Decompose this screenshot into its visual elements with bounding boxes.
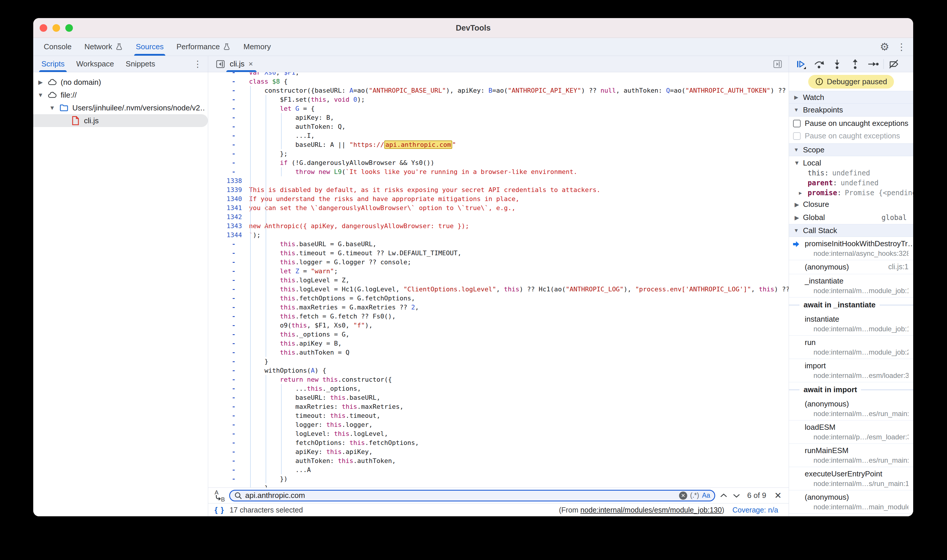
code-line[interactable]: -throw new L9(`It looks like you're runn… [208, 167, 789, 176]
collapse-marker[interactable]: - [208, 375, 246, 384]
code-line[interactable]: -this.logLevel = Z, [208, 275, 789, 285]
call-stack-frame[interactable]: _instantiatenode:internal/m…module_job:1… [789, 274, 913, 297]
collapse-marker[interactable]: - [208, 384, 246, 393]
code-line[interactable]: -this.logLevel = Hc1(G.logLevel, "Client… [208, 285, 789, 294]
expand-right-panel-icon[interactable] [772, 59, 789, 69]
code-line[interactable]: 1338 [208, 176, 789, 185]
collapse-marker[interactable]: - [208, 438, 246, 447]
collapse-marker[interactable]: - [208, 240, 246, 249]
navigator-tab-snippets[interactable]: Snippets [120, 56, 161, 72]
main-tab-performance[interactable]: Performance [170, 38, 237, 55]
scope-global-row[interactable]: ▶ Global global [789, 211, 913, 224]
code-line[interactable]: 1340If you understand the risks and have… [208, 194, 789, 203]
navigator-tab-workspace[interactable]: Workspace [70, 56, 120, 72]
next-match-icon[interactable] [732, 493, 741, 498]
call-stack-frame[interactable]: loadESMnode:internal/p…/esm_loader:34 [789, 420, 913, 444]
breakpoint-option[interactable]: Pause on caught exceptions [789, 129, 913, 142]
code-line[interactable]: -this.apiKey = B, [208, 339, 789, 348]
call-stack-frame[interactable]: promiseInitHookWithDestroyTr…node:intern… [789, 237, 913, 260]
code-line[interactable]: -maxRetries: this.maxRetries, [208, 402, 789, 411]
resume-script-icon[interactable] [792, 56, 810, 72]
editor-tab-clijs[interactable]: cli.js × [225, 56, 258, 72]
chevron-right-icon[interactable]: ▶ [37, 78, 44, 86]
pretty-print-icon[interactable]: { } [214, 506, 224, 515]
call-stack-frame[interactable]: (anonymous)node:internal/m…es/run_main:9… [789, 397, 913, 420]
breakpoint-option[interactable]: Pause on uncaught exceptions [789, 117, 913, 129]
checkbox[interactable] [793, 120, 800, 127]
regex-toggle[interactable]: (.*) [690, 492, 699, 499]
code-line[interactable]: -this.fetchOptions = G.fetchOptions, [208, 294, 789, 303]
collapse-marker[interactable]: - [208, 131, 246, 140]
collapse-marker[interactable]: - [208, 149, 246, 158]
code-line[interactable]: 1339This is disabled by default, as it r… [208, 185, 789, 194]
collapse-marker[interactable]: - [208, 95, 246, 104]
navigator-more-kebab-icon[interactable]: ⋮ [193, 59, 208, 69]
call-stack-frame[interactable]: (anonymous)cli.js:1 [789, 260, 913, 274]
hide-navigator-icon[interactable] [215, 59, 226, 69]
code-line[interactable]: -timeout: this.timeout, [208, 411, 789, 420]
collapse-marker[interactable]: - [208, 167, 246, 176]
call-stack-frame[interactable]: instantiatenode:internal/m…module_job:10… [789, 312, 913, 335]
collapse-marker[interactable]: - [208, 357, 246, 366]
code-line[interactable]: -let G = { [208, 104, 789, 113]
tree-item-users-jinhuilee-nvm-versions-node-v2-[interactable]: ▼Users/jinhuilee/.nvm/versions/node/v2… [33, 102, 208, 114]
call-stack-frame[interactable]: importnode:internal/m…esm/loader:329 [789, 359, 913, 382]
collapse-marker[interactable]: - [208, 86, 246, 95]
scope-entry-promise[interactable]: ▶promise:Promise {<pending>} [789, 188, 913, 198]
main-tab-sources[interactable]: Sources [130, 38, 170, 55]
code-line[interactable]: -this.maxRetries = G.maxRetries ?? 2, [208, 303, 789, 312]
code-line[interactable]: -apiKey: B, [208, 113, 789, 122]
collapse-marker[interactable]: - [208, 339, 246, 348]
tree-item-file-[interactable]: ▼file:// [33, 89, 208, 102]
collapse-marker[interactable]: - [208, 294, 246, 303]
code-line[interactable]: -constructor({baseURL: A=ao("ANTHROPIC_B… [208, 86, 789, 95]
collapse-marker[interactable]: - [208, 456, 246, 465]
collapse-marker[interactable]: - [208, 402, 246, 411]
code-line[interactable]: -this.fetch = G.fetch ?? Fs0(), [208, 312, 789, 321]
previous-match-icon[interactable] [719, 493, 728, 498]
code-line[interactable]: -} [208, 357, 789, 366]
collapse-marker[interactable]: - [208, 321, 246, 330]
step-out-icon[interactable] [846, 56, 864, 72]
code-line[interactable]: -fetchOptions: this.fetchOptions, [208, 438, 789, 447]
main-tab-console[interactable]: Console [37, 38, 78, 55]
step-icon[interactable] [864, 56, 882, 72]
collapse-marker[interactable]: - [208, 465, 246, 474]
step-over-icon[interactable] [810, 56, 828, 72]
collapse-marker[interactable]: - [208, 483, 246, 488]
collapse-marker[interactable]: - [208, 429, 246, 438]
code-line[interactable]: -var Xs0, $F1; [208, 72, 789, 77]
collapse-marker[interactable]: - [208, 258, 246, 266]
code-line[interactable]: -logger: this.logger, [208, 420, 789, 429]
collapse-marker[interactable]: - [208, 366, 246, 375]
code-line[interactable]: -logLevel: this.logLevel, [208, 429, 789, 438]
collapse-marker[interactable]: - [208, 266, 246, 275]
code-line[interactable]: -class $8 { [208, 77, 789, 86]
close-search-icon[interactable]: ✕ [773, 490, 784, 500]
replace-toggle-icon[interactable]: AB [213, 489, 225, 502]
step-into-icon[interactable] [828, 56, 846, 72]
code-line[interactable]: -o9(this, $F1, Xs0, "f"), [208, 321, 789, 330]
code-line[interactable]: -...A [208, 465, 789, 474]
call-stack-frame[interactable]: executeUserEntryPointnode:internal/m…s/r… [789, 467, 913, 490]
code-line[interactable]: -}) [208, 474, 789, 483]
collapse-marker[interactable]: - [208, 411, 246, 420]
callstack-section-header[interactable]: ▼ Call Stack [789, 224, 913, 237]
code-line[interactable]: -this.baseURL = G.baseURL, [208, 240, 789, 249]
collapse-marker[interactable]: - [208, 158, 246, 167]
code-line[interactable]: -$F1.set(this, void 0); [208, 95, 789, 104]
code-line[interactable]: -this._options = G, [208, 330, 789, 339]
collapse-marker[interactable]: - [208, 140, 246, 149]
collapse-marker[interactable]: - [208, 312, 246, 321]
watch-section-header[interactable]: ▶ Watch [789, 91, 913, 104]
code-line[interactable]: -baseURL: A || "https://api.anthropic.co… [208, 140, 789, 149]
collapse-marker[interactable]: - [208, 474, 246, 483]
more-options-kebab-icon[interactable]: ⋮ [897, 42, 906, 52]
collapse-marker[interactable]: - [208, 72, 246, 77]
code-line[interactable]: -}; [208, 149, 789, 158]
code-line[interactable]: -return new this.constructor({ [208, 375, 789, 384]
breakpoints-section-header[interactable]: ▼ Breakpoints [789, 104, 913, 117]
scope-entry-parent[interactable]: parent:undefined [789, 178, 913, 188]
main-tab-network[interactable]: Network [78, 38, 129, 55]
source-map-link[interactable]: node:internal/modules/esm/module_job:130 [580, 506, 722, 514]
